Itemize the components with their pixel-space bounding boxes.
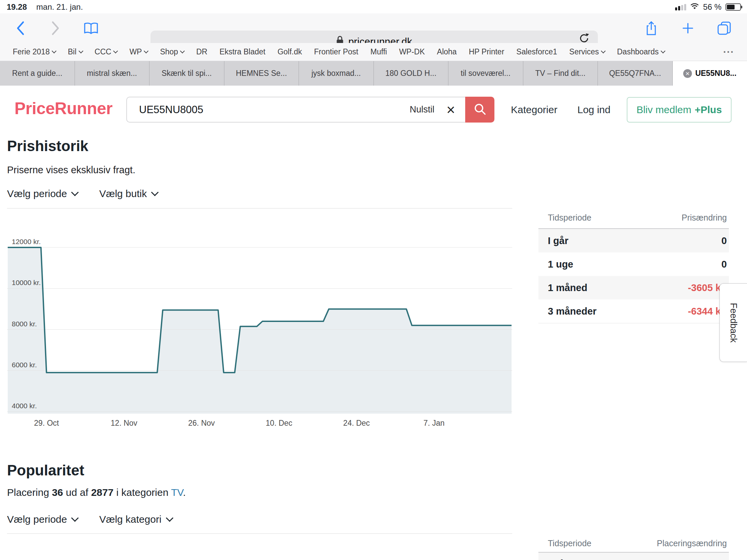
bookmark-item[interactable]: Salesforce1 bbox=[516, 47, 557, 56]
bookmark-label: Salesforce1 bbox=[516, 47, 557, 56]
clear-search-icon[interactable]: × bbox=[444, 102, 457, 117]
feedback-tab[interactable]: Feedback bbox=[719, 283, 747, 362]
bookmark-item[interactable]: Aloha bbox=[437, 47, 457, 56]
bookmark-item[interactable]: Services bbox=[569, 47, 605, 56]
bookmark-label: Golf.dk bbox=[278, 47, 302, 56]
chevron-down-icon bbox=[71, 189, 79, 196]
reset-button[interactable]: Nulstil bbox=[410, 104, 435, 115]
popularity-filters: Vælg periode Vælg kategori bbox=[7, 514, 172, 525]
browser-tab[interactable]: mistral skæn... bbox=[75, 61, 150, 86]
bookmark-item[interactable]: CCC bbox=[95, 47, 118, 56]
bookmark-label: Frontier Post bbox=[314, 47, 358, 56]
nav-kategorier[interactable]: Kategorier bbox=[511, 104, 557, 115]
col-tidsperiode: Tidsperiode bbox=[548, 213, 591, 222]
ranking-change-table: Tidsperiode Placeringsændring I går bbox=[538, 534, 729, 560]
pop-end: . bbox=[183, 487, 186, 498]
select-period-label: Vælg periode bbox=[7, 188, 67, 199]
chevron-down-icon bbox=[661, 49, 665, 53]
price-chart-svg: 12000 kr.10000 kr.8000 kr.6000 kr.4000 k… bbox=[7, 209, 512, 432]
new-tab-icon[interactable] bbox=[681, 22, 695, 36]
select-period-dropdown-2[interactable]: Vælg periode bbox=[7, 514, 78, 525]
become-member-button[interactable]: Bliv medlem +Plus bbox=[627, 97, 731, 123]
pop-middle: ud af bbox=[63, 487, 91, 498]
search-input[interactable] bbox=[138, 103, 410, 116]
x-axis-label: 24. Dec bbox=[343, 419, 370, 427]
date: man. 21. jan. bbox=[36, 2, 83, 12]
page-title: Prishistorik bbox=[7, 138, 88, 155]
nav-log-ind[interactable]: Log ind bbox=[577, 104, 610, 115]
forward-button[interactable] bbox=[51, 21, 60, 37]
tabs-overview-icon[interactable] bbox=[717, 21, 731, 37]
bookmark-item[interactable]: Golf.dk bbox=[278, 47, 302, 56]
bookmark-label: Dashboards bbox=[617, 47, 659, 56]
divider bbox=[7, 533, 512, 534]
bookmark-item[interactable]: HP Printer bbox=[469, 47, 505, 56]
bookmark-label: Ekstra Bladet bbox=[219, 47, 265, 56]
browser-toolbar: pricerunner.dk bbox=[0, 14, 747, 43]
row-period: 3 måneder bbox=[548, 306, 596, 317]
browser-tab[interactable]: til soveværel... bbox=[448, 61, 523, 86]
member-button-label: Bliv medlem bbox=[637, 104, 691, 115]
row-period: 1 måned bbox=[548, 282, 588, 293]
bookmarks-overflow-button[interactable]: ··· bbox=[723, 46, 734, 58]
browser-tab-active[interactable]: ×UE55NU8... bbox=[673, 61, 747, 86]
tv-category-link[interactable]: TV bbox=[171, 487, 183, 498]
bookmark-label: ··· bbox=[723, 46, 734, 58]
browser-tab[interactable]: HEMNES Se... bbox=[224, 61, 299, 86]
browser-tab[interactable]: 180 GOLD H... bbox=[374, 61, 449, 86]
y-axis-label: 4000 kr. bbox=[12, 402, 37, 409]
bookmark-item[interactable]: Ekstra Bladet bbox=[219, 47, 265, 56]
bookmark-label: WP bbox=[129, 47, 142, 56]
tab-bar: Rent a guide...mistral skæn...Skænk til … bbox=[0, 61, 747, 86]
browser-tab[interactable]: Rent a guide... bbox=[0, 61, 75, 86]
bookmark-label: CCC bbox=[95, 47, 111, 56]
y-axis-label: 10000 kr. bbox=[12, 279, 41, 286]
clock: 19.28 bbox=[7, 2, 27, 12]
bookmark-item[interactable]: WP-DK bbox=[399, 47, 425, 56]
bookmark-label: Ferie 2018 bbox=[13, 47, 50, 56]
select-shop-dropdown[interactable]: Vælg butik bbox=[99, 188, 157, 199]
tab-close-icon[interactable]: × bbox=[683, 69, 692, 78]
bookmark-item[interactable]: DR bbox=[196, 47, 207, 56]
wifi-icon bbox=[690, 2, 699, 12]
chevron-down-icon bbox=[113, 49, 118, 53]
browser-tab[interactable]: QE55Q7FNA... bbox=[598, 61, 673, 86]
bookmark-label: Bil bbox=[68, 47, 77, 56]
chevron-down-icon bbox=[151, 189, 159, 196]
tab-label: HEMNES Se... bbox=[236, 69, 287, 78]
bookmarks-icon[interactable] bbox=[83, 22, 99, 36]
pop-rank: 36 bbox=[52, 487, 63, 498]
select-period-dropdown[interactable]: Vælg periode bbox=[7, 188, 78, 199]
search-bar: Nulstil × bbox=[126, 97, 494, 123]
browser-tab[interactable]: TV – Find dit... bbox=[523, 61, 598, 86]
bookmark-item[interactable]: Frontier Post bbox=[314, 47, 358, 56]
back-button[interactable] bbox=[16, 21, 25, 37]
row-period: 1 uge bbox=[548, 259, 573, 270]
bookmark-item[interactable]: WP bbox=[129, 47, 148, 56]
bookmark-item[interactable]: Dashboards bbox=[617, 47, 665, 56]
bookmark-item[interactable]: Bil bbox=[68, 47, 83, 56]
tab-label: Skænk til spi... bbox=[161, 69, 212, 78]
tab-label: Rent a guide... bbox=[12, 69, 62, 78]
bookmark-item[interactable]: Shop bbox=[160, 47, 184, 56]
col-tidsperiode-2: Tidsperiode bbox=[548, 538, 591, 548]
row-period: I går bbox=[548, 559, 568, 560]
select-category-label: Vælg kategori bbox=[99, 514, 161, 525]
search-button[interactable] bbox=[465, 97, 494, 123]
bookmark-item[interactable]: Ferie 2018 bbox=[13, 47, 56, 56]
pricerunner-logo[interactable]: PriceRunner bbox=[15, 99, 112, 118]
share-icon[interactable] bbox=[645, 20, 657, 37]
bookmark-item[interactable]: Muffi bbox=[370, 47, 387, 56]
price-area-fill bbox=[8, 247, 512, 414]
browser-tab[interactable]: jysk boxmad... bbox=[299, 61, 374, 86]
chevron-down-icon bbox=[71, 514, 79, 522]
table-header: Tidsperiode Placeringsændring bbox=[538, 534, 729, 553]
tab-label: jysk boxmad... bbox=[311, 69, 361, 78]
battery-icon bbox=[725, 3, 741, 11]
select-category-dropdown[interactable]: Vælg kategori bbox=[99, 514, 172, 525]
table-row: 1 uge0 bbox=[538, 252, 729, 276]
browser-tab[interactable]: Skænk til spi... bbox=[150, 61, 224, 86]
col-placeringsaendring: Placeringsændring bbox=[657, 538, 727, 548]
y-axis-label: 6000 kr. bbox=[12, 361, 37, 369]
table-row: I går0 bbox=[538, 229, 729, 252]
